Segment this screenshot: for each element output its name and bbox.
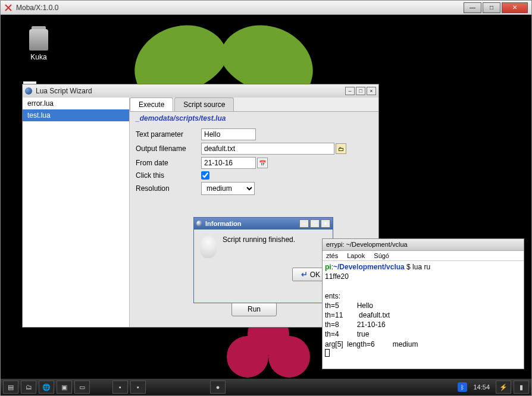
click-this-checkbox[interactable] [201, 171, 209, 180]
information-dialog: Information – □ × Script running finishe… [193, 217, 333, 303]
x11-icon [4, 4, 12, 12]
resolution-select[interactable]: medium [201, 182, 255, 195]
resolution-label: Resolution [136, 184, 201, 193]
text-parameter-input[interactable] [201, 128, 256, 140]
taskbar-clock[interactable]: 14:54 [470, 384, 493, 391]
menu-help[interactable]: Súgó [374, 252, 389, 259]
bluetooth-icon[interactable]: ᛒ [458, 382, 467, 392]
outer-maximize-button[interactable]: □ [483, 2, 500, 13]
terminal-window: errypi: ~/Development/vclua ztés Lapok S… [322, 238, 524, 369]
list-item[interactable]: error.lua [23, 98, 129, 109]
script-path-label: _demodata/scripts/test.lua [130, 112, 378, 125]
start-menu-icon[interactable]: ▤ [3, 381, 18, 394]
wizard-maximize-button[interactable]: □ [356, 87, 365, 95]
run-button[interactable]: Run [231, 302, 277, 316]
wizard-title: Lua Script Wizard [36, 87, 345, 95]
from-date-input[interactable] [201, 157, 256, 169]
menu-edit[interactable]: ztés [326, 252, 338, 259]
script-file-list[interactable]: error.lua test.lua [23, 98, 130, 327]
terminal-body[interactable]: pi:~/Development/vclua $ lua ru 11ffe20 … [323, 261, 524, 360]
tray-icon-1[interactable]: ⚡ [496, 381, 511, 394]
terminal-menubar[interactable]: ztés Lapok Súgó [323, 251, 524, 261]
app-icon [25, 87, 32, 95]
from-date-label: From date [136, 159, 201, 167]
outer-window: Moba/X:1.0.0 — □ ✕ Kuka Lua Script Wizar… [0, 0, 532, 396]
info-maximize-button[interactable]: □ [310, 219, 320, 228]
tray-icon-2[interactable]: ▮ [514, 381, 529, 394]
tab-script-source[interactable]: Script source [174, 98, 234, 111]
output-filename-label: Output filename [136, 144, 201, 153]
list-item[interactable]: test.lua [23, 109, 129, 121]
outer-titlebar[interactable]: Moba/X:1.0.0 — □ ✕ [1, 1, 531, 15]
taskbar-window-2[interactable]: ▪ [130, 381, 146, 394]
info-titlebar[interactable]: Information – □ × [194, 218, 333, 230]
file-manager-icon[interactable]: 🗂 [21, 381, 36, 394]
outer-close-button[interactable]: ✕ [502, 2, 528, 13]
trash-icon [29, 29, 48, 51]
browser-icon[interactable]: 🌐 [39, 381, 54, 394]
terminal-icon[interactable]: ▣ [57, 381, 72, 394]
outer-title: Moba/X:1.0.0 [16, 4, 464, 12]
calendar-icon[interactable]: 📅 [257, 158, 268, 168]
menu-tabs[interactable]: Lapok [347, 252, 365, 259]
info-minimize-button[interactable]: – [299, 219, 309, 228]
wizard-minimize-button[interactable]: – [345, 87, 355, 95]
desktop[interactable]: Kuka Lua Script Wizard – □ × error.lua t… [1, 15, 531, 379]
taskbar-window-1[interactable]: ▪ [112, 381, 128, 394]
desktop-trash-icon[interactable]: Kuka [21, 29, 57, 61]
terminal-cursor [325, 349, 330, 357]
outer-minimize-button[interactable]: — [464, 2, 481, 13]
lightbulb-icon [200, 235, 217, 258]
taskbar[interactable]: ▤ 🗂 🌐 ▣ ▭ ▪ ▪ ● ᛒ 14:54 ⚡ ▮ [1, 379, 531, 395]
wizard-tabs: Execute Script source [130, 98, 378, 112]
taskbar-lua-icon[interactable]: ● [210, 381, 226, 394]
trash-label: Kuka [21, 53, 57, 61]
info-title: Information [205, 220, 299, 227]
output-filename-input[interactable] [201, 143, 334, 155]
tab-execute[interactable]: Execute [130, 98, 173, 111]
terminal-title[interactable]: errypi: ~/Development/vclua [323, 239, 524, 251]
return-icon: ↵ [301, 270, 308, 279]
browse-file-icon[interactable]: 🗀 [336, 143, 346, 154]
text-parameter-label: Text parameter [136, 130, 201, 139]
info-app-icon [196, 221, 202, 227]
show-desktop-icon[interactable]: ▭ [74, 381, 90, 394]
wizard-close-button[interactable]: × [367, 87, 376, 95]
click-this-label: Click this [136, 171, 201, 180]
info-message: Script running finished. [223, 235, 327, 244]
info-close-button[interactable]: × [321, 219, 330, 228]
wizard-titlebar[interactable]: Lua Script Wizard – □ × [23, 84, 378, 98]
